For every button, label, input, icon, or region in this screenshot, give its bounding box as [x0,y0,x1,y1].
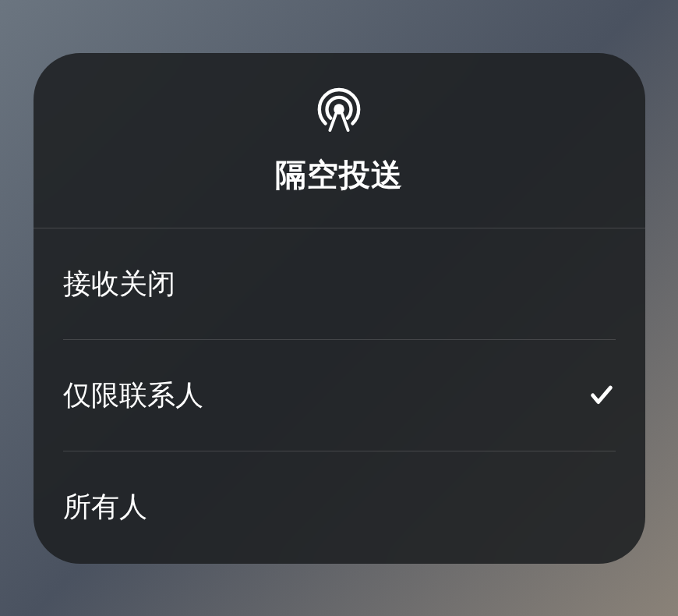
checkmark-icon [588,381,616,409]
checkmark-icon [588,494,616,522]
panel-title: 隔空投送 [275,154,403,196]
option-label: 所有人 [63,488,147,526]
airdrop-icon [314,84,364,134]
option-label: 接收关闭 [63,265,175,303]
airdrop-panel: 隔空投送 接收关闭 仅限联系人 所有人 [34,53,645,564]
checkmark-icon [588,270,616,298]
option-receiving-off[interactable]: 接收关闭 [34,228,645,340]
option-everyone[interactable]: 所有人 [34,451,645,563]
options-list: 接收关闭 仅限联系人 所有人 [34,228,645,564]
panel-header: 隔空投送 [34,53,645,228]
option-label: 仅限联系人 [63,377,203,415]
option-contacts-only[interactable]: 仅限联系人 [34,340,645,451]
